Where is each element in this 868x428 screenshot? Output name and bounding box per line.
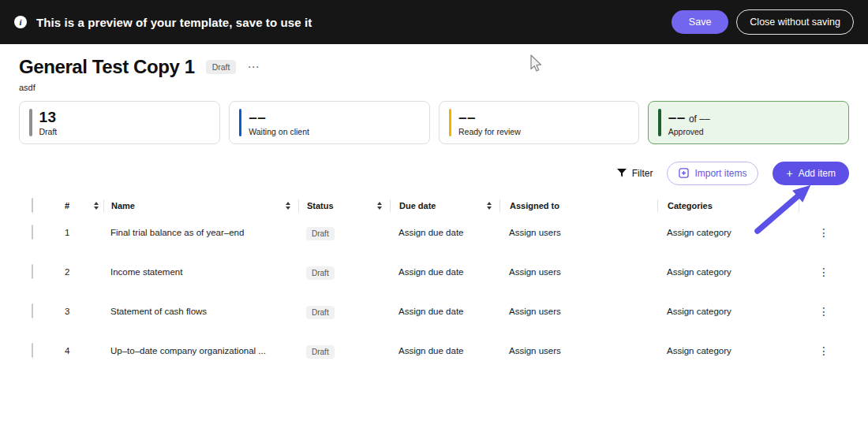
info-icon: i — [14, 16, 27, 28]
sort-icon[interactable] — [377, 202, 382, 210]
page-subtitle: asdf — [19, 83, 849, 92]
assign-due-date-cell[interactable]: Assign due date — [390, 228, 499, 237]
assign-users-cell[interactable]: Assign users — [499, 346, 657, 355]
stat-value: –– — [458, 110, 476, 125]
row-menu-icon[interactable]: ⋮ — [799, 226, 849, 239]
import-items-button[interactable]: Import items — [667, 162, 758, 185]
stat-value: –– — [668, 110, 686, 125]
stat-card-draft[interactable]: 13 Draft — [19, 101, 220, 144]
add-item-button[interactable]: + Add item — [773, 162, 849, 185]
stat-label: Draft — [39, 127, 58, 136]
save-button[interactable]: Save — [672, 10, 729, 34]
import-items-label: Import items — [694, 168, 746, 179]
assign-users-cell[interactable]: Assign users — [499, 307, 657, 316]
status-badge: Draft — [306, 266, 335, 280]
assign-category-cell[interactable]: Assign category — [657, 228, 799, 237]
card-accent-bar — [29, 109, 32, 136]
row-menu-icon[interactable]: ⋮ — [799, 305, 849, 318]
add-item-label: Add item — [799, 168, 836, 179]
row-checkbox[interactable] — [32, 225, 33, 240]
assign-category-cell[interactable]: Assign category — [657, 307, 799, 316]
status-summary-cards: 13 Draft –– Waiting on client –– Ready f… — [19, 101, 849, 144]
column-header-status: Status — [307, 201, 334, 210]
assign-due-date-cell[interactable]: Assign due date — [390, 267, 499, 277]
item-name[interactable]: Statement of cash flows — [103, 307, 298, 316]
column-header-assigned-to: Assigned to — [510, 201, 559, 210]
status-badge: Draft — [306, 345, 335, 359]
row-checkbox[interactable] — [32, 303, 33, 318]
row-menu-icon[interactable]: ⋮ — [799, 344, 849, 357]
stat-label: Approved — [668, 127, 710, 136]
table-row[interactable]: 2 Income statement Draft Assign due date… — [19, 252, 849, 292]
table-row[interactable]: 1 Final trial balance as of year–end Dra… — [19, 213, 849, 252]
status-badge: Draft — [306, 227, 335, 240]
assign-category-cell[interactable]: Assign category — [657, 267, 799, 277]
table-row[interactable]: 3 Statement of cash flows Draft Assign d… — [19, 292, 849, 331]
stat-value-suffix: of –– — [689, 114, 710, 125]
stat-value: –– — [249, 110, 266, 125]
stat-label: Ready for review — [458, 127, 521, 136]
card-accent-bar — [449, 109, 452, 136]
column-header-categories: Categories — [668, 201, 713, 210]
sort-icon[interactable] — [286, 202, 290, 210]
item-name[interactable]: Up–to–date company organizational ... — [103, 346, 298, 355]
select-all-checkbox[interactable] — [32, 198, 33, 213]
page-title: General Test Copy 1 — [19, 56, 195, 78]
import-icon — [679, 168, 689, 178]
stat-card-ready-for-review[interactable]: –– Ready for review — [439, 101, 640, 144]
row-checkbox[interactable] — [32, 343, 33, 358]
assign-due-date-cell[interactable]: Assign due date — [390, 346, 499, 355]
column-header-name: Name — [111, 201, 135, 210]
items-table: # Name Status Due date Assigned to Categ… — [19, 199, 849, 370]
row-checkbox[interactable] — [32, 264, 33, 279]
template-status-badge: Draft — [206, 60, 237, 74]
stat-label: Waiting on client — [249, 127, 309, 136]
filter-button[interactable]: Filter — [617, 168, 653, 179]
column-header-number: # — [65, 201, 69, 210]
card-accent-bar — [658, 109, 661, 136]
banner-message: This is a preview of your template, save… — [36, 16, 312, 29]
stat-card-waiting-on-client[interactable]: –– Waiting on client — [229, 101, 430, 144]
row-number: 2 — [65, 267, 103, 277]
stat-card-approved[interactable]: –– of –– Approved — [648, 101, 849, 144]
assign-users-cell[interactable]: Assign users — [499, 267, 657, 277]
more-options-icon[interactable]: ⋯ — [247, 63, 260, 71]
status-badge: Draft — [306, 306, 335, 319]
filter-label: Filter — [632, 168, 653, 179]
row-number: 3 — [65, 307, 103, 316]
row-number: 4 — [65, 346, 103, 355]
row-number: 1 — [65, 228, 103, 237]
plus-icon: + — [786, 169, 792, 177]
column-header-due-date: Due date — [399, 201, 436, 210]
card-accent-bar — [239, 109, 242, 136]
close-without-saving-button[interactable]: Close without saving — [736, 9, 854, 35]
item-name[interactable]: Final trial balance as of year–end — [103, 228, 298, 237]
preview-banner: i This is a preview of your template, sa… — [0, 0, 868, 44]
table-row[interactable]: 4 Up–to–date company organizational ... … — [19, 331, 849, 370]
sort-icon[interactable] — [94, 202, 99, 210]
table-header-row: # Name Status Due date Assigned to Categ… — [19, 199, 849, 213]
item-name[interactable]: Income statement — [103, 267, 298, 277]
assign-users-cell[interactable]: Assign users — [499, 228, 657, 237]
funnel-icon — [617, 169, 627, 177]
column-header-actions — [799, 199, 849, 212]
assign-due-date-cell[interactable]: Assign due date — [390, 307, 499, 316]
assign-category-cell[interactable]: Assign category — [657, 346, 799, 355]
stat-value: 13 — [39, 110, 57, 125]
sort-icon[interactable] — [487, 202, 492, 210]
row-menu-icon[interactable]: ⋮ — [799, 266, 849, 278]
